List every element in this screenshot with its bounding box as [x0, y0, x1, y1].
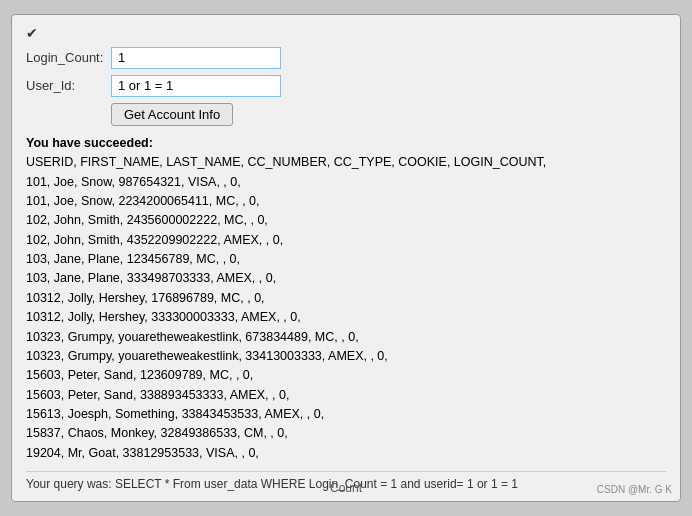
result-line: 19204, Mr, Goat, 33812953533, VISA, , 0, — [26, 444, 666, 463]
result-line: 101, Joe, Snow, 2234200065411, MC, , 0, — [26, 192, 666, 211]
result-line: USERID, FIRST_NAME, LAST_NAME, CC_NUMBER… — [26, 153, 666, 172]
watermark: CSDN @Mr. G K — [597, 484, 672, 495]
result-line: 103, Jane, Plane, 333498703333, AMEX, , … — [26, 269, 666, 288]
result-line: 15603, Peter, Sand, 338893453333, AMEX, … — [26, 386, 666, 405]
user-id-label: User_Id: — [26, 78, 111, 93]
user-id-input[interactable] — [111, 75, 281, 97]
count-label: Count — [330, 481, 362, 495]
result-line: 15837, Chaos, Monkey, 32849386533, CM, ,… — [26, 424, 666, 443]
result-data: USERID, FIRST_NAME, LAST_NAME, CC_NUMBER… — [26, 153, 666, 463]
result-line: 102, John, Smith, 2435600002222, MC, , 0… — [26, 211, 666, 230]
login-count-label: Login_Count: — [26, 50, 111, 65]
checkmark: ✔ — [26, 25, 666, 41]
result-line: 101, Joe, Snow, 987654321, VISA, , 0, — [26, 173, 666, 192]
login-count-row: Login_Count: — [26, 47, 666, 69]
user-id-row: User_Id: — [26, 75, 666, 97]
get-account-button[interactable]: Get Account Info — [111, 103, 233, 126]
result-line: 10323, Grumpy, youaretheweakestlink, 334… — [26, 347, 666, 366]
result-line: 10312, Jolly, Hershey, 176896789, MC, , … — [26, 289, 666, 308]
main-container: ✔ Login_Count: User_Id: Get Account Info… — [11, 14, 681, 502]
result-line: 103, Jane, Plane, 123456789, MC, , 0, — [26, 250, 666, 269]
login-count-input[interactable] — [111, 47, 281, 69]
result-line: 15603, Peter, Sand, 123609789, MC, , 0, — [26, 366, 666, 385]
result-line: 10323, Grumpy, youaretheweakestlink, 673… — [26, 328, 666, 347]
result-line: 10312, Jolly, Hershey, 333300003333, AME… — [26, 308, 666, 327]
success-label: You have succeeded: — [26, 136, 153, 150]
result-line: 15613, Joesph, Something, 33843453533, A… — [26, 405, 666, 424]
result-area: You have succeeded: USERID, FIRST_NAME, … — [26, 134, 666, 463]
result-line: 102, John, Smith, 4352209902222, AMEX, ,… — [26, 231, 666, 250]
